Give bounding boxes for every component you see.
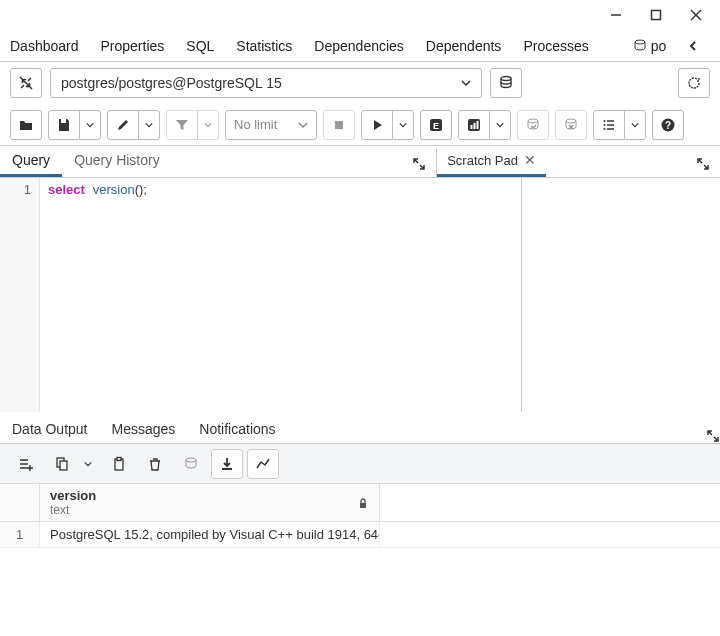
lock-icon [357, 497, 369, 509]
explain-icon: E [428, 117, 444, 133]
tab-sql[interactable]: SQL [186, 38, 214, 54]
svg-rect-8 [335, 121, 343, 129]
svg-point-4 [635, 40, 645, 44]
line-number: 1 [0, 182, 31, 197]
connection-select[interactable]: postgres/postgres@PostgreSQL 15 [50, 68, 482, 98]
sql-editor[interactable]: select version(); [40, 178, 521, 412]
output-toolbar [0, 444, 720, 484]
paste-icon [111, 456, 127, 472]
list-icon [601, 117, 617, 133]
open-file-button[interactable] [10, 110, 42, 140]
run-dropdown[interactable] [392, 110, 414, 140]
save-button[interactable] [48, 110, 80, 140]
commit-button[interactable] [517, 110, 549, 140]
chevron-left-icon [688, 41, 698, 51]
scratch-expand[interactable] [686, 151, 720, 177]
folder-icon [18, 117, 34, 133]
connection-label: postgres/postgres@PostgreSQL 15 [61, 75, 282, 91]
analyze-icon [466, 117, 482, 133]
svg-point-37 [186, 458, 196, 462]
add-row-button[interactable] [10, 449, 42, 479]
maximize-button[interactable] [636, 1, 676, 29]
tab-data-output[interactable]: Data Output [0, 415, 100, 443]
result-row[interactable]: 1 PostgreSQL 15.2, compiled by Visual C+… [0, 522, 720, 548]
add-row-icon [18, 456, 34, 472]
macros-dropdown[interactable] [624, 110, 646, 140]
save-dropdown[interactable] [79, 110, 101, 140]
expand-icon [412, 157, 426, 171]
tab-scratch-pad[interactable]: Scratch Pad ✕ [437, 146, 546, 177]
new-connection-button[interactable] [490, 68, 522, 98]
edit-dropdown[interactable] [138, 110, 160, 140]
disconnected-icon [18, 75, 34, 91]
stop-button[interactable] [323, 110, 355, 140]
svg-point-17 [566, 119, 576, 123]
run-button[interactable] [361, 110, 393, 140]
edit-button[interactable] [107, 110, 139, 140]
filter-button[interactable] [166, 110, 198, 140]
graph-button[interactable] [247, 449, 279, 479]
rollback-button[interactable] [555, 110, 587, 140]
connection-status-button[interactable] [10, 68, 42, 98]
tab-notifications[interactable]: Notifications [187, 415, 287, 443]
chevron-down-icon [496, 121, 504, 129]
copy-button[interactable] [46, 449, 78, 479]
close-button[interactable] [676, 1, 716, 29]
main-tabstrip: Dashboard Properties SQL Statistics Depe… [0, 30, 720, 62]
result-corner[interactable] [0, 484, 40, 521]
database-icon [633, 39, 647, 53]
help-button[interactable]: ? [652, 110, 684, 140]
reset-icon [686, 75, 702, 91]
result-header: version text [0, 484, 720, 522]
paste-button[interactable] [103, 449, 135, 479]
tab-overflow[interactable]: po [633, 38, 667, 54]
download-button[interactable] [211, 449, 243, 479]
tab-dependencies[interactable]: Dependencies [314, 38, 404, 54]
svg-text:E: E [433, 120, 439, 130]
tab-query-history[interactable]: Query History [62, 146, 172, 177]
tab-properties[interactable]: Properties [101, 38, 165, 54]
tab-messages[interactable]: Messages [100, 415, 188, 443]
tab-processes[interactable]: Processes [523, 38, 588, 54]
scratch-label: Scratch Pad [447, 153, 518, 168]
limit-select[interactable]: No limit [225, 110, 317, 140]
code-text: (); [135, 182, 147, 197]
explain-dropdown[interactable] [489, 110, 511, 140]
tab-statistics[interactable]: Statistics [236, 38, 292, 54]
cell-value[interactable]: PostgreSQL 15.2, compiled by Visual C++ … [40, 522, 380, 547]
reset-layout-button[interactable] [678, 68, 710, 98]
explain-analyze-button[interactable] [458, 110, 490, 140]
svg-point-22 [604, 124, 606, 126]
tab-dependents[interactable]: Dependents [426, 38, 502, 54]
filter-icon [174, 117, 190, 133]
editor-tabstrip: Query Query History Scratch Pad ✕ [0, 146, 720, 178]
keyword: select [48, 182, 85, 197]
result-column-header[interactable]: version text [40, 484, 380, 521]
delete-row-button[interactable] [139, 449, 171, 479]
output-expand[interactable] [706, 429, 720, 443]
save-data-button[interactable] [175, 449, 207, 479]
tab-scroll-left[interactable] [688, 41, 698, 51]
macros-button[interactable] [593, 110, 625, 140]
svg-rect-34 [60, 461, 67, 470]
scratch-pad-pane[interactable] [522, 178, 720, 412]
main-toolbar: No limit E ? [0, 104, 720, 146]
copy-dropdown[interactable] [77, 449, 99, 479]
tab-query[interactable]: Query [0, 146, 62, 177]
chevron-down-icon [631, 121, 639, 129]
expand-icon [696, 157, 710, 171]
tab-dashboard[interactable]: Dashboard [10, 38, 79, 54]
explain-button[interactable]: E [420, 110, 452, 140]
rollback-icon [563, 117, 579, 133]
copy-icon [54, 456, 70, 472]
svg-rect-13 [471, 125, 473, 129]
filter-dropdown[interactable] [197, 110, 219, 140]
chevron-down-icon [145, 121, 153, 129]
limit-label: No limit [234, 117, 277, 132]
svg-rect-15 [477, 121, 479, 129]
minimize-button[interactable] [596, 1, 636, 29]
tab-overflow-label: po [651, 38, 667, 54]
svg-text:?: ? [665, 119, 671, 130]
editor-expand[interactable] [402, 151, 436, 177]
scratch-close[interactable]: ✕ [524, 152, 536, 168]
